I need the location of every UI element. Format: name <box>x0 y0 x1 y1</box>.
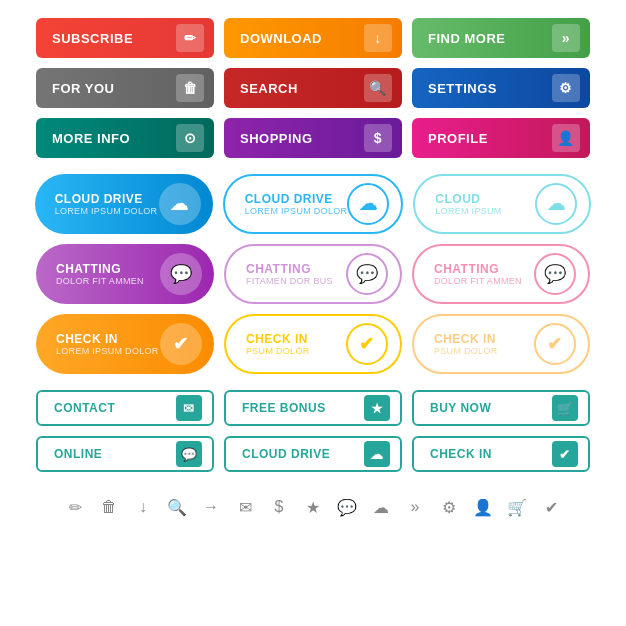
chatting-solid-title: CHATTING <box>56 262 160 276</box>
chatting-outline-1[interactable]: CHATTING FITAMEN DOR BUS 💬 <box>224 244 402 304</box>
for-you-icon: 🗑 <box>176 74 204 102</box>
more-info-icon: ⊙ <box>176 124 204 152</box>
checkin-outline-1[interactable]: CHECK IN PSUM DOLOR ✔ <box>224 314 402 374</box>
trash-icon[interactable]: 🗑 <box>98 496 120 518</box>
download-button[interactable]: DOWNLOAD ↓ <box>224 18 402 58</box>
chatting-outline2-title: CHATTING <box>434 262 534 276</box>
pill-row-1: CLOUD DRIVE LOREM IPSUM DOLOR ☁ CLOUD DR… <box>20 174 606 234</box>
checkin-solid-title: CHECK IN <box>56 332 160 346</box>
cloud-drive-small-icon: ☁ <box>364 441 390 467</box>
download-icon[interactable]: ↓ <box>132 496 154 518</box>
button-row-1: SUBSCRIBE ✏ DOWNLOAD ↓ FIND MORE » <box>20 18 606 58</box>
search-icon: 🔍 <box>364 74 392 102</box>
online-label: ONLINE <box>48 447 176 461</box>
chatting-outline2-icon: 💬 <box>534 253 576 295</box>
profile-icon: 👤 <box>552 124 580 152</box>
search-icon[interactable]: 🔍 <box>166 496 188 518</box>
mail-icon[interactable]: ✉ <box>234 496 256 518</box>
pencil-icon[interactable]: ✏ <box>64 496 86 518</box>
settings-button[interactable]: SETTINGS ⚙ <box>412 68 590 108</box>
double-arrow-icon[interactable]: » <box>404 496 426 518</box>
dollar-icon[interactable]: $ <box>268 496 290 518</box>
free-bonus-icon: ★ <box>364 395 390 421</box>
chatting-outline-subtitle: FITAMEN DOR BUS <box>246 276 346 286</box>
shopping-button[interactable]: SHOPPING $ <box>224 118 402 158</box>
contact-button[interactable]: CONTACT ✉ <box>36 390 214 426</box>
checkin-outline-icon: ✔ <box>346 323 388 365</box>
more-info-label: MORE INFO <box>46 131 176 146</box>
cloud-drive-small-button[interactable]: CLOUD DRIVE ☁ <box>224 436 402 472</box>
check-in-small-button[interactable]: CHECK IN ✔ <box>412 436 590 472</box>
buy-now-button[interactable]: BUY NOW 🛒 <box>412 390 590 426</box>
gear-icon[interactable]: ⚙ <box>438 496 460 518</box>
check-icon[interactable]: ✔ <box>540 496 562 518</box>
contact-label: CONTACT <box>48 401 176 415</box>
cloud-drive-outline-icon: ☁ <box>347 183 389 225</box>
chatting-solid-1[interactable]: CHATTING DOLOR FIT AMMEN 💬 <box>36 244 214 304</box>
for-you-label: FOR YOU <box>46 81 176 96</box>
button-row-2: FOR YOU 🗑 SEARCH 🔍 SETTINGS ⚙ <box>20 68 606 108</box>
download-icon: ↓ <box>364 24 392 52</box>
cloud-outline-subtitle: LOREM IPSUM <box>435 206 535 216</box>
profile-label: PROFILE <box>422 131 552 146</box>
settings-label: SETTINGS <box>422 81 552 96</box>
settings-icon: ⚙ <box>552 74 580 102</box>
cloud-drive-outline-title: CLOUD DRIVE <box>245 192 348 206</box>
shopping-icon: $ <box>364 124 392 152</box>
chatting-outline-2[interactable]: CHATTING DOLOR FIT AMMEN 💬 <box>412 244 590 304</box>
arrow-right-icon[interactable]: → <box>200 496 222 518</box>
checkin-outline2-subtitle: PSUM DOLOR <box>434 346 534 356</box>
chatting-outline2-subtitle: DOLOR FIT AMMEN <box>434 276 534 286</box>
checkin-outline-2[interactable]: CHECK IN PSUM DOLOR ✔ <box>412 314 590 374</box>
subscribe-button[interactable]: SUBSCRIBE ✏ <box>36 18 214 58</box>
cloud-drive-solid-1[interactable]: CLOUD DRIVE LOREM IPSUM DOLOR ☁ <box>35 174 213 234</box>
checkin-outline2-title: CHECK IN <box>434 332 534 346</box>
find-more-label: FIND MORE <box>422 31 552 46</box>
checkin-outline-title: CHECK IN <box>246 332 346 346</box>
pill-row-2: CHATTING DOLOR FIT AMMEN 💬 CHATTING FITA… <box>20 244 606 304</box>
checkin-solid-icon: ✔ <box>160 323 202 365</box>
cloud-outline-icon: ☁ <box>535 183 577 225</box>
cloud-drive-solid-title: CLOUD DRIVE <box>55 192 159 206</box>
small-row-2: ONLINE 💬 CLOUD DRIVE ☁ CHECK IN ✔ <box>20 436 606 472</box>
chatting-solid-icon: 💬 <box>160 253 202 295</box>
subscribe-label: SUBSCRIBE <box>46 31 176 46</box>
cloud-drive-small-label: CLOUD DRIVE <box>236 447 364 461</box>
cloud-outline-title: CLOUD <box>435 192 535 206</box>
online-button[interactable]: ONLINE 💬 <box>36 436 214 472</box>
chatting-outline-icon: 💬 <box>346 253 388 295</box>
buy-now-label: BUY NOW <box>424 401 552 415</box>
download-label: DOWNLOAD <box>234 31 364 46</box>
icon-bar: ✏ 🗑 ↓ 🔍 → ✉ $ ★ 💬 ☁ » ⚙ 👤 🛒 ✔ <box>64 496 562 518</box>
more-info-button[interactable]: MORE INFO ⊙ <box>36 118 214 158</box>
contact-icon: ✉ <box>176 395 202 421</box>
cart-icon[interactable]: 🛒 <box>506 496 528 518</box>
cloud-drive-solid-subtitle: LOREM IPSUM DOLOR <box>55 206 159 216</box>
cloud-drive-solid-icon: ☁ <box>159 183 201 225</box>
profile-button[interactable]: PROFILE 👤 <box>412 118 590 158</box>
subscribe-icon: ✏ <box>176 24 204 52</box>
star-icon[interactable]: ★ <box>302 496 324 518</box>
for-you-button[interactable]: FOR YOU 🗑 <box>36 68 214 108</box>
button-row-3: MORE INFO ⊙ SHOPPING $ PROFILE 👤 <box>20 118 606 158</box>
pill-row-3: CHECK IN LOREM IPSUM DOLOR ✔ CHECK IN PS… <box>20 314 606 374</box>
chat-icon[interactable]: 💬 <box>336 496 358 518</box>
find-more-button[interactable]: FIND MORE » <box>412 18 590 58</box>
buy-now-icon: 🛒 <box>552 395 578 421</box>
search-button[interactable]: SEARCH 🔍 <box>224 68 402 108</box>
find-more-icon: » <box>552 24 580 52</box>
checkin-solid-subtitle: LOREM IPSUM DOLOR <box>56 346 160 356</box>
checkin-solid-1[interactable]: CHECK IN LOREM IPSUM DOLOR ✔ <box>36 314 214 374</box>
checkin-outline-subtitle: PSUM DOLOR <box>246 346 346 356</box>
person-icon[interactable]: 👤 <box>472 496 494 518</box>
search-label: SEARCH <box>234 81 364 96</box>
small-row-1: CONTACT ✉ FREE BONUS ★ BUY NOW 🛒 <box>20 390 606 426</box>
chatting-outline-title: CHATTING <box>246 262 346 276</box>
free-bonus-label: FREE BONUS <box>236 401 364 415</box>
shopping-label: SHOPPING <box>234 131 364 146</box>
cloud-outline-1[interactable]: CLOUD LOREM IPSUM ☁ <box>413 174 591 234</box>
cloud-drive-outline-1[interactable]: CLOUD DRIVE LOREM IPSUM DOLOR ☁ <box>223 174 404 234</box>
cloud-icon[interactable]: ☁ <box>370 496 392 518</box>
check-in-small-icon: ✔ <box>552 441 578 467</box>
free-bonus-button[interactable]: FREE BONUS ★ <box>224 390 402 426</box>
